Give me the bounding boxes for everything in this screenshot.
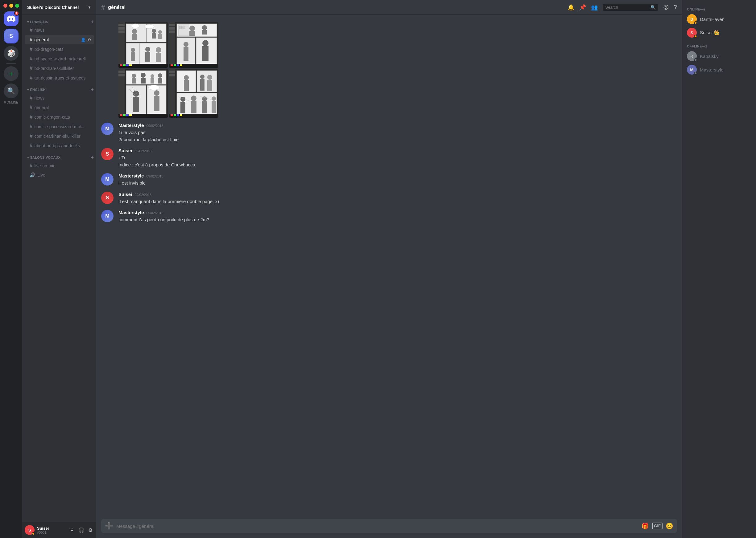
channel-item-comic-space-wizard[interactable]: # comic-space-wizard-mck... bbox=[25, 122, 94, 131]
server-icon-suisei[interactable]: S bbox=[4, 29, 19, 43]
explore-servers-button[interactable]: 🔍 bbox=[4, 83, 19, 98]
suisei-avatar-2[interactable]: S bbox=[101, 192, 113, 204]
section-label: ▾ ENGLISH bbox=[27, 88, 46, 92]
masterstyle-avatar-1[interactable]: M bbox=[101, 123, 113, 135]
members-icon[interactable]: 👥 bbox=[591, 4, 598, 11]
emoji-button[interactable]: 😊 bbox=[665, 522, 673, 530]
deafen-button[interactable]: 🎧 bbox=[77, 526, 86, 534]
svg-point-17 bbox=[131, 48, 135, 52]
svg-point-40 bbox=[202, 25, 207, 30]
svg-rect-10 bbox=[140, 43, 166, 65]
channel-name: news bbox=[34, 95, 44, 100]
svg-rect-34 bbox=[169, 30, 175, 33]
suisei-avatar-1[interactable]: S bbox=[101, 148, 113, 160]
online-section-title: ONLINE—2 bbox=[684, 5, 754, 12]
message-author-5[interactable]: Masterstyle bbox=[118, 210, 144, 215]
message-author-1[interactable]: Masterstyle bbox=[118, 123, 144, 128]
svg-rect-107 bbox=[177, 114, 179, 116]
suisei-name: Suisei 👑 bbox=[700, 30, 720, 35]
user-settings-button[interactable]: ⚙ bbox=[87, 526, 94, 534]
svg-rect-50 bbox=[170, 64, 173, 66]
attach-button[interactable]: ➕ bbox=[105, 519, 113, 533]
channel-name: Live bbox=[37, 173, 45, 178]
channel-item-comic-dragon-cats[interactable]: # comic-dragon-cats bbox=[25, 112, 94, 122]
svg-rect-18 bbox=[131, 52, 135, 61]
section-label: ▾ SALONS VOCAUX bbox=[27, 156, 60, 160]
masterstyle-avatar-3[interactable]: M bbox=[101, 210, 113, 222]
hash-icon: # bbox=[30, 65, 32, 72]
message-timestamp-5: 09/02/2018 bbox=[147, 211, 163, 215]
hash-icon: # bbox=[30, 75, 32, 81]
add-channel-icon[interactable]: + bbox=[91, 87, 94, 92]
svg-rect-12 bbox=[132, 34, 137, 40]
search-bar[interactable]: 🔍 bbox=[603, 4, 658, 11]
hash-icon: # bbox=[30, 46, 32, 52]
svg-rect-64 bbox=[141, 78, 146, 83]
pin-icon[interactable]: 📌 bbox=[579, 4, 586, 11]
svg-rect-99 bbox=[202, 101, 207, 113]
window-controls bbox=[3, 4, 19, 8]
channel-item-comic-tarkhan[interactable]: # comic-tarkhan-skullkiller bbox=[25, 132, 94, 141]
maximize-button[interactable] bbox=[15, 4, 19, 8]
channel-section-header-english[interactable]: ▾ ENGLISH + bbox=[22, 85, 96, 93]
member-item-kapalsky[interactable]: K Kapalsky bbox=[684, 49, 754, 63]
server-sidebar: 2 S 🎲 + 🔍 6 ONLINE bbox=[0, 0, 22, 538]
masterstyle-avatar-2[interactable]: M bbox=[101, 173, 113, 186]
add-server-button[interactable]: + bbox=[4, 66, 19, 81]
channel-item-bd-dragon-cats[interactable]: # bd-dragon-cats bbox=[25, 45, 94, 54]
channel-item-bd-tarkhan[interactable]: # bd-tarkhan-skullkiller bbox=[25, 64, 94, 73]
channel-item-art-dessin[interactable]: # art-dessin-trucs-et-astuces bbox=[25, 73, 94, 82]
current-user-avatar[interactable]: S bbox=[25, 525, 34, 535]
svg-rect-79 bbox=[126, 114, 129, 116]
mute-button[interactable]: 🎙 bbox=[69, 526, 76, 534]
search-input[interactable] bbox=[605, 5, 649, 10]
message-input-area: ➕ 🎁 GIF 😊 bbox=[96, 519, 682, 538]
message-timestamp-3: 09/02/2018 bbox=[147, 174, 163, 178]
member-item-masterstyle[interactable]: M Masterstyle bbox=[684, 63, 754, 77]
member-item-suisei[interactable]: S Suisei 👑 bbox=[684, 26, 754, 39]
channel-section-header-voice[interactable]: ▾ SALONS VOCAUX + bbox=[22, 153, 96, 161]
close-button[interactable] bbox=[3, 4, 7, 8]
channel-item-news-en[interactable]: # news bbox=[25, 93, 94, 103]
image-attachment bbox=[118, 22, 219, 118]
svg-rect-41 bbox=[202, 30, 207, 34]
message-author-4[interactable]: Suisei bbox=[118, 192, 132, 197]
svg-point-96 bbox=[191, 95, 197, 101]
channel-item-live-voice[interactable]: 🔊 Live bbox=[25, 171, 94, 179]
gift-button[interactable]: 🎁 bbox=[641, 522, 649, 530]
channel-item-news-fr[interactable]: # news bbox=[25, 26, 94, 35]
svg-point-19 bbox=[145, 47, 150, 52]
message-author-2[interactable]: Suisei bbox=[118, 148, 132, 153]
add-member-icon[interactable]: 👤 bbox=[81, 37, 86, 42]
channel-item-about-art[interactable]: # about-art-tips-and-tricks bbox=[25, 141, 94, 150]
channel-name: bd-space-wizard-mckcarell bbox=[34, 56, 86, 61]
svg-rect-48 bbox=[202, 46, 209, 61]
add-channel-icon[interactable]: + bbox=[91, 155, 94, 160]
bell-icon[interactable]: 🔔 bbox=[568, 4, 574, 11]
channel-sidebar-header[interactable]: Suisei's Discord Channel ▼ bbox=[22, 0, 96, 15]
masterstyle-member-avatar: M bbox=[687, 65, 697, 75]
svg-rect-70 bbox=[133, 97, 139, 112]
add-channel-icon[interactable]: + bbox=[91, 19, 94, 25]
channel-item-general-fr[interactable]: # général 👤 ⚙ bbox=[25, 35, 94, 44]
minimize-button[interactable] bbox=[9, 4, 13, 8]
channel-item-live-no-mic[interactable]: # live-no-mic bbox=[25, 161, 94, 170]
message-input[interactable] bbox=[116, 520, 638, 532]
darthhaven-avatar: D bbox=[687, 14, 697, 24]
channel-item-general-en[interactable]: # general bbox=[25, 103, 94, 112]
message-content-2: Suisei 09/02/2018 x'D Indice : c'est à p… bbox=[118, 148, 677, 168]
message-content-1: Masterstyle 09/02/2018 1/ je vois pas 2/… bbox=[118, 123, 677, 143]
discord-dm-icon[interactable]: 2 bbox=[4, 11, 19, 26]
server-icon-dice[interactable]: 🎲 bbox=[4, 46, 19, 61]
channel-item-bd-space-wizard[interactable]: # bd-space-wizard-mckcarell bbox=[25, 54, 94, 64]
gif-button[interactable]: GIF bbox=[652, 522, 662, 529]
help-icon[interactable]: ? bbox=[674, 4, 677, 11]
at-icon[interactable]: @ bbox=[663, 4, 669, 11]
message-author-3[interactable]: Masterstyle bbox=[118, 173, 144, 179]
svg-point-63 bbox=[141, 73, 146, 78]
svg-rect-44 bbox=[183, 26, 185, 29]
member-item-darthhaven[interactable]: D DarthHaven bbox=[684, 12, 754, 26]
channel-section-header-francais[interactable]: ▾ FRANÇAIS + bbox=[22, 17, 96, 25]
svg-point-23 bbox=[131, 24, 140, 28]
settings-icon[interactable]: ⚙ bbox=[88, 37, 91, 42]
